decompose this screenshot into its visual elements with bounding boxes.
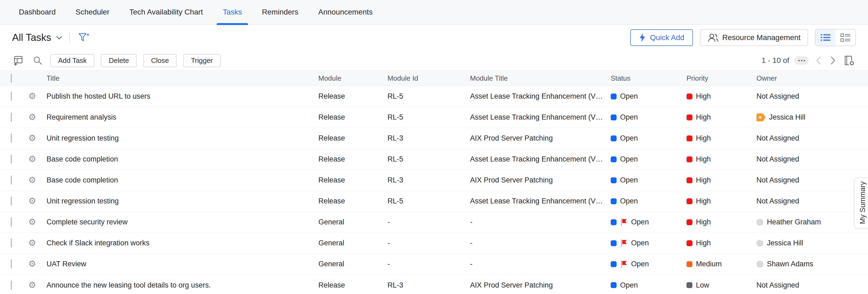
task-title[interactable]: UAT Review (46, 260, 318, 268)
table-row[interactable]: ⚙︎ Publish the hosted URL to users Relea… (0, 86, 868, 107)
nav-tab-tasks[interactable]: Tasks (223, 0, 242, 25)
column-header-owner[interactable]: Owner (756, 74, 868, 83)
pagination-more-button[interactable] (795, 57, 809, 65)
task-title[interactable]: Publish the hosted URL to users (46, 92, 318, 100)
column-header-priority[interactable]: Priority (686, 74, 756, 83)
search-icon[interactable] (31, 55, 44, 66)
task-module-title: Asset Lease Tracking Enhancement (V2) : … (470, 92, 611, 100)
status-flag-icon (620, 218, 628, 227)
list-view-toggle[interactable] (815, 30, 835, 46)
nav-tab-scheduler[interactable]: Scheduler (75, 0, 110, 25)
task-priority-cell: High (686, 218, 756, 226)
task-title[interactable]: Requirement analysis (46, 113, 318, 122)
add-task-button[interactable]: Add Task (50, 54, 94, 67)
priority-label: High (696, 155, 711, 163)
row-checkbox[interactable] (11, 134, 12, 143)
quick-add-button[interactable]: Quick Add (630, 29, 693, 46)
column-header-module[interactable]: Module (318, 74, 388, 83)
select-all-checkbox[interactable] (11, 74, 12, 83)
row-checkbox[interactable] (11, 259, 12, 268)
gear-icon[interactable]: ⚙︎ (28, 238, 36, 248)
task-title[interactable]: Announce the new leasing tool details to… (46, 281, 318, 289)
row-checkbox[interactable] (11, 196, 12, 205)
task-title[interactable]: Base code completion (46, 155, 318, 163)
close-button[interactable]: Close (143, 54, 177, 67)
column-header-status[interactable]: Status (611, 74, 686, 83)
row-checkbox[interactable] (11, 281, 12, 290)
owner-name: Not Assigned (756, 176, 799, 184)
task-module-title: AIX Prod Server Patching (470, 176, 611, 184)
task-title[interactable]: Check if Slack integration works (46, 239, 318, 247)
gear-icon[interactable]: ⚙︎ (28, 196, 36, 206)
task-owner-cell: ★ Not Assigned (756, 281, 868, 289)
gear-icon[interactable]: ⚙︎ (28, 259, 36, 269)
gear-icon[interactable]: ⚙︎ (28, 91, 36, 101)
nav-tab-reminders[interactable]: Reminders (262, 0, 298, 25)
table-row[interactable]: ⚙︎ Base code completion Release RL-3 AIX… (0, 170, 868, 191)
task-priority-cell: High (686, 92, 756, 100)
column-settings-icon[interactable] (843, 55, 856, 66)
gear-icon[interactable]: ⚙︎ (28, 280, 36, 290)
gear-icon[interactable]: ⚙︎ (28, 217, 36, 227)
table-row[interactable]: ⚙︎ Announce the new leasing tool details… (0, 275, 868, 294)
nav-tab-dashboard[interactable]: Dashboard (19, 0, 56, 25)
table-row[interactable]: ⚙︎ Base code completion Release RL-5 Ass… (0, 149, 868, 170)
priority-dot (686, 177, 692, 183)
chevron-right-icon[interactable] (829, 56, 838, 65)
row-checkbox[interactable] (11, 155, 12, 164)
gear-icon[interactable]: ⚙︎ (28, 112, 36, 122)
trigger-button[interactable]: Trigger (183, 54, 220, 67)
delete-button[interactable]: Delete (101, 54, 136, 67)
gear-icon[interactable]: ⚙︎ (28, 133, 36, 143)
task-module-id: RL-5 (388, 197, 470, 205)
task-module-id: RL-5 (388, 113, 470, 122)
nav-tab-announcements[interactable]: Announcements (318, 0, 372, 25)
column-header-module-id[interactable]: Module Id (388, 74, 470, 83)
chevron-left-icon[interactable] (814, 56, 823, 65)
table-row[interactable]: ⚙︎ Unit regression testing Release RL-5 … (0, 191, 868, 212)
row-checkbox[interactable] (11, 92, 12, 101)
task-title[interactable]: Base code completion (46, 176, 318, 184)
task-status-cell: Open (611, 260, 686, 268)
owner-name: Not Assigned (756, 92, 799, 100)
task-title[interactable]: Unit regression testing (46, 134, 318, 142)
nav-tab-tech-availability-chart[interactable]: Tech Availability Chart (129, 0, 203, 25)
task-title[interactable]: Complete security review (46, 218, 318, 226)
lightning-icon (639, 33, 646, 42)
priority-label: High (696, 239, 711, 247)
page-title: All Tasks (12, 32, 51, 43)
add-view-table-icon[interactable] (12, 55, 25, 66)
priority-label: High (696, 134, 711, 142)
table-toolbar: Add Task Delete Close Trigger 1 - 10 of (0, 51, 868, 70)
my-summary-tab[interactable]: My Summary (854, 177, 868, 228)
task-module-title: - (470, 218, 611, 226)
row-checkbox[interactable] (11, 112, 12, 122)
priority-label: High (696, 176, 711, 184)
task-owner-cell: ★ Shawn Adams (756, 260, 868, 268)
row-checkbox[interactable] (11, 175, 12, 185)
owner-name: Not Assigned (756, 155, 799, 163)
view-selector-dropdown[interactable]: All Tasks (12, 32, 62, 43)
add-filter-icon[interactable] (77, 32, 90, 43)
detail-view-toggle[interactable] (835, 30, 855, 46)
owner-tag-icon: ★ (756, 113, 766, 122)
table-row[interactable]: ⚙︎ Check if Slack integration works Gene… (0, 233, 868, 254)
task-title[interactable]: Unit regression testing (46, 197, 318, 205)
row-checkbox[interactable] (11, 238, 12, 248)
column-header-title[interactable]: Title (46, 74, 318, 83)
table-row[interactable]: ⚙︎ Requirement analysis Release RL-5 Ass… (0, 107, 868, 128)
column-header-module-title[interactable]: Module Title (470, 74, 611, 83)
section-header: All Tasks Quick Add (0, 25, 868, 51)
status-label: Open (620, 92, 638, 100)
table-row[interactable]: ⚙︎ Complete security review General - - … (0, 212, 868, 233)
gear-icon[interactable]: ⚙︎ (28, 175, 36, 185)
table-row[interactable]: ⚙︎ UAT Review General - - Open Medium ★ … (0, 254, 868, 275)
task-owner-cell: ★ Jessica Hill (756, 239, 868, 247)
owner-name: Not Assigned (756, 197, 799, 205)
gear-icon[interactable]: ⚙︎ (28, 154, 36, 164)
table-row[interactable]: ⚙︎ Unit regression testing Release RL-3 … (0, 128, 868, 149)
top-navigation: Dashboard Scheduler Tech Availability Ch… (0, 0, 868, 25)
row-checkbox[interactable] (11, 218, 12, 227)
status-label: Open (631, 260, 649, 268)
resource-management-button[interactable]: Resource Management (700, 29, 808, 46)
